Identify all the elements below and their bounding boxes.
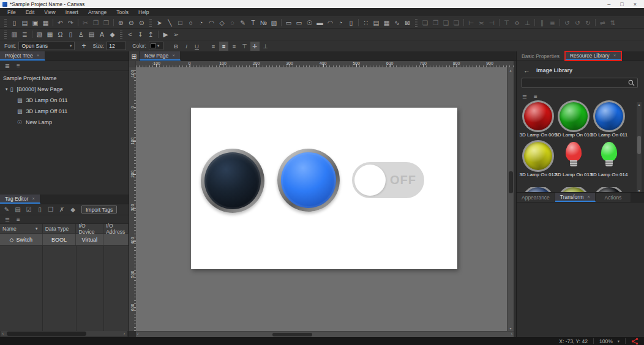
scroll-down-icon[interactable]: ▾ [507,326,514,330]
flip-horizontal-icon[interactable]: ⇌ [597,18,608,28]
transfer-share-icon[interactable]: < [125,30,135,39]
tab-tag-editor[interactable]: Tag Editor × [0,195,40,204]
data-list-icon[interactable]: ▤ [371,18,381,28]
tab-actions[interactable]: Actions [596,193,631,202]
report-tool-icon[interactable]: ▦ [45,30,55,39]
minimize-button[interactable]: – [607,1,610,7]
scrollbar-thumb[interactable] [637,136,641,154]
scroll-right-icon[interactable]: › [122,332,127,336]
user-manager-icon[interactable]: ♙ [76,30,86,39]
tag-collapse-all-icon[interactable]: ≡ [14,215,23,223]
toolbar-drag-handle[interactable] [415,19,417,27]
align-left-icon[interactable]: ⊢ [466,18,476,28]
image-tool-icon[interactable]: ▧ [269,18,279,28]
menu-arrange[interactable]: Arrange [83,9,111,15]
column-header-name[interactable]: Name▼ [0,224,43,233]
save-all-icon[interactable]: ▦ [40,18,51,28]
toolbar-drag-handle[interactable] [4,19,7,27]
paste-tags-icon[interactable]: ❒ [47,206,55,213]
column-header-i-o-device[interactable]: I/O Device [76,224,103,233]
zoom-out-icon[interactable]: ⊖ [126,18,137,28]
library-item[interactable]: 3D Lamp On 009 [520,102,556,138]
back-arrow-icon[interactable]: ← [523,67,530,74]
download-project-icon[interactable]: ↧ [135,30,146,39]
cut-icon[interactable]: ✂ [80,18,91,28]
align-top-icon[interactable]: ⊤ [501,18,512,28]
font-family-select[interactable]: Open Sans ▾ [18,42,75,50]
zoom-in-icon[interactable]: ⊕ [116,18,126,28]
rotate-free-icon[interactable]: ↺ [572,18,583,28]
search-input[interactable] [522,80,628,86]
canvas-vscrollbar[interactable]: ▴ ▾ [507,67,514,331]
tree-caret-icon[interactable]: ▾ [6,87,8,92]
copy-icon[interactable]: ❐ [91,18,101,28]
alarm-settings-icon[interactable]: Ω [55,30,66,39]
edit-tag-icon[interactable]: ☑ [24,206,33,213]
upload-project-icon[interactable]: ↥ [146,30,156,39]
library-search-box[interactable] [522,78,638,88]
close-tab-icon[interactable]: × [32,196,35,201]
library-item[interactable]: 3D Lamp On 010 [556,102,591,138]
new-file-icon[interactable]: ▯ [9,18,20,28]
close-tab-icon[interactable]: × [587,194,590,199]
file-manager-icon[interactable]: ▯ [66,30,76,39]
menu-view[interactable]: View [39,9,60,15]
italic-button[interactable]: I [182,42,191,51]
zoom-reset-icon[interactable]: ⊙ [137,18,147,28]
transfer-status-icon[interactable] [631,338,638,345]
canvas-hscrollbar[interactable]: ‹ › [136,331,514,337]
pie-tool-icon[interactable]: ◔ [196,18,206,28]
text-align-top-button[interactable]: ⊤ [240,42,249,51]
rotate-right-icon[interactable]: ↻ [583,18,593,28]
align-middle-icon[interactable]: ≎ [512,18,522,28]
tab-project-tree[interactable]: Project Tree × [0,51,45,61]
align-center-icon[interactable]: ≍ [476,18,487,28]
collapse-all-icon[interactable]: ≡ [14,62,23,70]
tree-child-item[interactable]: ▨3D Lamp Off 011 [0,106,129,117]
text-align-left-button[interactable]: ≡ [209,42,218,51]
pages-grid-icon[interactable]: ⊞ [129,51,140,61]
column-header-i-o-address[interactable]: I/O Address [103,224,129,233]
toolbar-drag-handle[interactable] [120,31,122,39]
numeric-input-widget-icon[interactable]: ▭ [283,18,294,28]
alarm-query-icon[interactable]: ⊠ [402,18,413,28]
tab-resource-library[interactable]: Resource Library× [565,51,621,61]
new-tag-file-icon[interactable]: ▯ [36,206,44,213]
close-button[interactable]: × [634,1,637,7]
underline-button[interactable]: U [192,42,201,51]
keypad-widget-icon[interactable]: ▯ [346,18,356,28]
tag-device-cell[interactable]: Virtual [76,234,103,245]
maximize-button[interactable]: □ [620,1,623,7]
scroll-left-icon[interactable]: ‹ [137,332,138,337]
toolbar-drag-handle[interactable] [4,31,7,39]
menu-insert[interactable]: Insert [61,9,83,15]
text-align-right-button[interactable]: ≡ [230,42,239,51]
freeform-tool-icon[interactable]: ◌ [227,18,238,28]
gauge-widget-icon[interactable]: ◠ [325,18,335,28]
open-project-icon[interactable]: ▤ [20,18,30,28]
script-editor-icon[interactable]: A [97,30,107,39]
menu-edit[interactable]: Edit [21,9,40,15]
scrollbar-thumb[interactable] [509,171,513,193]
recipe-editor-icon[interactable]: ≣ [20,30,30,39]
select-tool-icon[interactable]: ➤ [154,18,165,28]
save-icon[interactable]: ▣ [30,18,40,28]
redo-icon[interactable]: ↷ [66,18,76,28]
tree-child-item[interactable]: ▨3D Lamp On 011 [0,95,129,106]
arc-tool-icon[interactable]: ◠ [206,18,217,28]
text-align-middle-button[interactable]: ✛ [250,42,260,51]
group-icon[interactable]: ❏ [420,18,430,28]
picture-library-icon[interactable]: ▧ [34,30,45,39]
canvas-viewport[interactable]: OFF [136,67,507,331]
zoom-control[interactable]: 100% ▾ [599,338,620,344]
bring-to-front-icon[interactable]: ❐ [430,18,441,28]
scroll-up-icon[interactable]: ▴ [637,102,642,106]
menu-help[interactable]: Help [133,9,154,15]
close-tab-icon[interactable]: × [613,53,616,58]
add-font-button[interactable]: + [81,42,86,50]
library-vscrollbar[interactable]: ▴ ▾ [637,102,642,193]
delete-tag-icon[interactable]: ✗ [58,206,66,213]
run-online-icon[interactable]: ➢ [171,30,181,39]
tab-transform[interactable]: Transform× [555,193,596,202]
tag-name-cell[interactable]: ◇Switch [0,234,43,245]
